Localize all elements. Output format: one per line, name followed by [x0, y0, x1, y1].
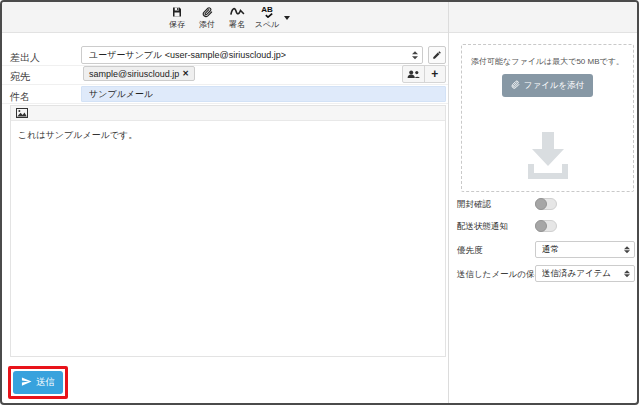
- spellcheck-icon: AB: [261, 5, 273, 18]
- attach-file-label: ファイルを添付: [524, 80, 585, 92]
- from-field-label: 差出人: [10, 51, 40, 65]
- paperclip-icon: [202, 5, 213, 18]
- message-editor: これはサンプルメールです。: [10, 105, 446, 357]
- subject-input[interactable]: サンプルメール: [81, 86, 446, 102]
- add-recipient-button[interactable]: +: [424, 66, 446, 82]
- save-button[interactable]: 保存: [162, 5, 192, 30]
- spellcheck-button[interactable]: AB スペル: [252, 5, 282, 30]
- editor-toolbar: [11, 106, 445, 121]
- from-select-value: ユーザーサンプル <user-sample@siriuscloud.jp>: [89, 49, 286, 62]
- top-toolbar: 保存 添付 署名 AB スペル: [2, 2, 637, 33]
- priority-label: 優先度: [457, 245, 483, 257]
- delivery-status-label: 配送状態通知: [457, 221, 508, 233]
- paper-plane-icon: [21, 376, 32, 389]
- priority-value: 通常: [542, 244, 559, 256]
- pencil-icon: [432, 48, 442, 63]
- spellcheck-dropdown-caret-icon[interactable]: [284, 16, 290, 20]
- edit-identity-button[interactable]: [428, 46, 446, 64]
- attachment-size-hint: 添付可能なファイルは最大で50 MBです。: [470, 56, 625, 67]
- select-stepper-icon: [624, 270, 630, 278]
- subject-value: サンプルメール: [89, 88, 153, 101]
- plus-icon: +: [431, 68, 438, 80]
- send-button[interactable]: 送信: [13, 371, 63, 394]
- save-location-value: 送信済みアイテム: [542, 268, 611, 280]
- address-book-button[interactable]: [403, 66, 424, 82]
- priority-select[interactable]: 通常: [535, 241, 635, 258]
- download-arrow-icon: [521, 130, 575, 186]
- subject-field-label: 件名: [10, 90, 30, 104]
- attach-file-button[interactable]: ファイルを添付: [502, 74, 594, 97]
- spellcheck-ab-text: AB: [261, 6, 273, 13]
- row-divider: [2, 65, 448, 66]
- pane-divider: [448, 2, 449, 403]
- save-icon: [171, 5, 183, 18]
- message-body-input[interactable]: これはサンプルメールです。: [11, 121, 445, 356]
- select-stepper-icon: [412, 51, 418, 59]
- read-receipt-label: 開封確認: [457, 199, 491, 211]
- signature-icon: [230, 5, 245, 18]
- recipient-chip-address: sample@siriuscloud.jp: [89, 69, 179, 79]
- recipient-actions-group: +: [402, 65, 446, 83]
- save-location-select[interactable]: 送信済みアイテム: [535, 265, 635, 282]
- delivery-status-toggle[interactable]: [535, 220, 557, 232]
- insert-image-icon[interactable]: [16, 104, 28, 122]
- read-receipt-toggle[interactable]: [535, 198, 557, 210]
- row-divider: [2, 103, 448, 104]
- from-select[interactable]: ユーザーサンプル <user-sample@siriuscloud.jp>: [81, 46, 423, 64]
- row-divider: [2, 84, 448, 85]
- toolbar-button-group: 保存 添付 署名 AB スペル: [162, 5, 290, 30]
- mail-compose-window: 保存 添付 署名 AB スペル: [0, 0, 639, 405]
- recipient-chip[interactable]: sample@siriuscloud.jp ✕: [83, 66, 195, 81]
- signature-button[interactable]: 署名: [222, 5, 252, 30]
- select-stepper-icon: [624, 246, 630, 254]
- signature-label: 署名: [229, 19, 245, 30]
- attachment-dropzone[interactable]: 添付可能なファイルは最大で50 MBです。 ファイルを添付: [461, 44, 634, 192]
- save-label: 保存: [169, 19, 185, 30]
- attach-label: 添付: [199, 19, 215, 30]
- send-button-highlight: 送信: [8, 366, 68, 399]
- send-button-label: 送信: [36, 376, 55, 389]
- toggle-knob: [535, 198, 547, 210]
- toggle-knob: [535, 220, 547, 232]
- contacts-icon: [407, 65, 420, 83]
- attach-button[interactable]: 添付: [192, 5, 222, 30]
- spellcheck-label: スペル: [255, 19, 280, 30]
- paperclip-icon: [511, 79, 520, 92]
- remove-recipient-icon[interactable]: ✕: [182, 69, 189, 78]
- to-field-label: 宛先: [10, 70, 30, 84]
